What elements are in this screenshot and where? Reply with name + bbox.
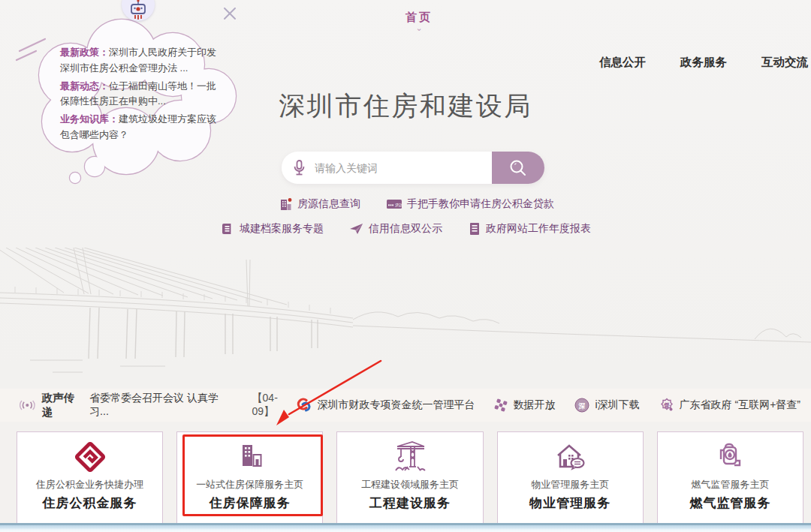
magnifier-icon xyxy=(508,158,529,179)
quick-links-row-1: 房源信息查询 贷款 手把手教你申请住房公积金贷款 xyxy=(278,197,554,212)
notice-date: 【04-09】 xyxy=(252,392,297,419)
nav-item-info-disclosure[interactable]: 信息公开 xyxy=(599,55,646,71)
top-navigation: 信息公开 政务服务 互动交流 xyxy=(599,55,808,71)
link-ishenzhen-download[interactable]: 深 i深圳下载 xyxy=(574,398,639,413)
svg-text:深: 深 xyxy=(578,402,586,410)
quick-link-label: 城建档案服务专题 xyxy=(240,222,324,236)
notice-link-label: 深圳市财政专项资金统一管理平台 xyxy=(317,398,475,412)
notice-link-label: 广东省政府 “互联网+督查” xyxy=(680,398,800,412)
link-gd-supervision[interactable]: 督 广东省政府 “互联网+督查” xyxy=(659,398,800,413)
card-title: 物业管理服务 xyxy=(529,494,611,512)
assistant-message-knowledge[interactable]: 业务知识库：建筑垃圾处理方案应该包含哪些内容？ xyxy=(60,112,216,143)
speed-lines xyxy=(14,30,59,68)
quick-link-provident-loan-guide[interactable]: 贷款 手把手教你申请住房公积金贷款 xyxy=(386,197,554,212)
microphone-icon[interactable] xyxy=(293,159,306,177)
search-button[interactable] xyxy=(492,152,544,184)
robot-icon xyxy=(128,0,148,21)
tower-crane-icon xyxy=(391,440,429,474)
assistant-message-list: 最新政策：深圳市人民政府关于印发深圳市住房公积金管理办法 ... 最新动态：位于… xyxy=(60,45,216,146)
quick-link-housing-info[interactable]: 房源信息查询 xyxy=(278,197,360,212)
close-bubble-button[interactable] xyxy=(221,5,239,23)
card-title: 工程建设服务 xyxy=(369,494,451,512)
close-icon xyxy=(221,5,239,23)
search-field xyxy=(282,152,492,184)
house-chat-icon xyxy=(551,440,589,474)
knowledge-label: 业务知识库： xyxy=(60,113,119,125)
notice-bar: 政声传递 省委常委会召开会议 认真学习... 【04-09】 深圳市财政专项资金… xyxy=(0,389,811,422)
card-title: 住房保障服务 xyxy=(210,494,291,512)
chevron-down-icon: ⌄ xyxy=(406,25,433,31)
quick-link-label: 信用信息双公示 xyxy=(369,222,442,236)
gas-meter-icon xyxy=(713,440,747,474)
quick-link-label: 房源信息查询 xyxy=(297,197,360,211)
card-subtitle: 燃气监管服务主页 xyxy=(691,478,769,491)
archive-document-icon xyxy=(220,221,235,236)
quick-link-archives[interactable]: 城建档案服务专题 xyxy=(220,221,324,236)
search-bar xyxy=(282,152,544,184)
nav-item-gov-services[interactable]: 政务服务 xyxy=(680,55,727,71)
notice-link-label: i深圳下载 xyxy=(595,398,639,412)
card-provident-fund[interactable]: 住房公积金业务快捷办理 住房公积金服务 xyxy=(17,431,163,529)
news-label: 最新动态： xyxy=(60,80,109,92)
ishenzhen-icon: 深 xyxy=(574,398,589,413)
notice-links: 深圳市财政专项资金统一管理平台 数据开放 深 i深圳下 xyxy=(297,398,811,413)
quick-link-annual-report[interactable]: 政府网站工作年度报表 xyxy=(468,221,591,236)
bank-card-icon: 贷款 xyxy=(386,197,402,211)
housing-buildings-icon xyxy=(233,440,267,474)
notice-link-label: 数据开放 xyxy=(513,398,555,412)
policy-label: 最新政策： xyxy=(60,47,109,58)
svg-text:贷款: 贷款 xyxy=(395,203,402,208)
notice-left: 政声传递 省委常委会召开会议 认真学习... 【04-09】 xyxy=(0,391,297,419)
card-gas-supervision[interactable]: 燃气监管服务主页 燃气监管服务 xyxy=(657,431,803,529)
card-subtitle: 物业管理服务主页 xyxy=(531,478,609,491)
building-icon xyxy=(278,197,293,212)
finance-platform-logo-icon xyxy=(297,398,312,413)
notice-headline[interactable]: 省委常委会召开会议 认真学习... xyxy=(89,392,228,419)
quick-links-row-2: 城建档案服务专题 信用信息双公示 政府网站工作年度报表 xyxy=(220,221,591,236)
card-subtitle: 工程建设领域服务主页 xyxy=(361,478,459,491)
search-input[interactable] xyxy=(313,161,492,175)
nav-item-interaction[interactable]: 互动交流 xyxy=(761,55,808,71)
svg-text:督: 督 xyxy=(663,402,671,409)
bridge-sketch-illustration xyxy=(0,248,811,394)
card-subtitle: 住房公积金业务快捷办理 xyxy=(36,478,143,491)
card-subtitle: 一站式住房保障服务主页 xyxy=(196,478,303,491)
data-open-icon xyxy=(494,398,508,412)
card-engineering-construction[interactable]: 工程建设领域服务主页 工程建设服务 xyxy=(336,431,483,529)
link-finance-platform[interactable]: 深圳市财政专项资金统一管理平台 xyxy=(297,398,475,413)
card-housing-security[interactable]: 一站式住房保障服务主页 住房保障服务 xyxy=(176,431,323,529)
bottom-scroll-strip[interactable] xyxy=(0,523,811,532)
card-title: 住房公积金服务 xyxy=(43,494,137,512)
assistant-message-policy[interactable]: 最新政策：深圳市人民政府关于印发深圳市住房公积金管理办法 ... xyxy=(60,45,216,77)
supervision-badge-icon: 督 xyxy=(659,398,674,413)
service-cards: 住房公积金业务快捷办理 住房公积金服务 一站式住房保障服务主页 住房保障服务 xyxy=(17,431,803,529)
assistant-widget: 最新政策：深圳市人民政府关于印发深圳市住房公积金管理办法 ... 最新动态：位于… xyxy=(17,0,264,180)
provident-fund-logo-icon xyxy=(73,440,107,474)
link-data-open[interactable]: 数据开放 xyxy=(494,398,555,412)
notice-program-label[interactable]: 政声传递 xyxy=(42,391,83,419)
assistant-message-news[interactable]: 最新动态：位于福田南山等地！一批保障性住房正在申购中... xyxy=(60,79,216,110)
quick-link-credit-publicity[interactable]: 信用信息双公示 xyxy=(349,221,442,236)
broadcast-icon xyxy=(20,399,35,411)
nav-home[interactable]: 首页 ⌄ xyxy=(406,11,433,31)
quick-link-label: 政府网站工作年度报表 xyxy=(486,222,591,236)
page: 最新政策：深圳市人民政府关于印发深圳市住房公积金管理办法 ... 最新动态：位于… xyxy=(0,0,811,532)
quick-link-label: 手把手教你申请住房公积金贷款 xyxy=(407,197,554,211)
report-clipboard-icon xyxy=(468,221,481,236)
card-property-management[interactable]: 物业管理服务主页 物业管理服务 xyxy=(497,431,644,529)
card-title: 燃气监管服务 xyxy=(689,494,770,512)
paper-plane-icon xyxy=(349,222,364,236)
